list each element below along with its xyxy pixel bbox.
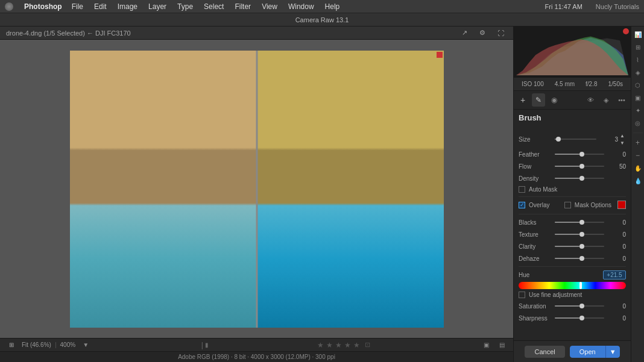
canvas-left — [70, 51, 257, 328]
red-indicator — [437, 53, 441, 58]
canvas-footer: ⊞ Fit (46.6%) | 400% ▼ | ▮ ★ ★ ★ ★ ★ ⊡ ▣… — [0, 338, 513, 351]
density-slider[interactable] — [555, 174, 604, 183]
separator-1 — [519, 196, 626, 197]
settings-button[interactable]: ⚙ — [476, 27, 489, 40]
mask-options-row: ✓ Overlay Mask Options — [519, 201, 626, 209]
camera-info: ISO 100 4.5 mm f/2.8 1/50s — [514, 78, 631, 91]
hand-strip[interactable]: ✋ — [633, 163, 643, 173]
feather-slider[interactable] — [555, 150, 604, 158]
share-button[interactable]: ↗ — [458, 27, 471, 40]
texture-value: 0 — [607, 231, 626, 238]
panel-body[interactable]: Brush Size 3 ▲ ▼ — [514, 110, 631, 340]
optics-strip-button[interactable]: ⬡ — [633, 80, 643, 90]
clarity-slider[interactable] — [555, 242, 604, 251]
compare-button[interactable]: ▣ — [479, 339, 493, 352]
open-arrow-button[interactable]: ▼ — [605, 346, 620, 358]
zoom-percent: 400% — [60, 342, 76, 348]
zoom-selector[interactable]: ▼ — [79, 339, 92, 352]
flow-slider[interactable] — [555, 162, 604, 170]
icon-strip: 📊 ⊞ ⌇ ◈ ⬡ ▣ ✦ ◎ + − ✋ 💧 — [631, 27, 644, 362]
add-mask-button[interactable]: + — [516, 93, 529, 107]
canvas-wrapper — [0, 40, 513, 338]
density-row: Density — [519, 174, 626, 183]
menu-file[interactable]: File — [71, 2, 84, 11]
panel-eye-button[interactable]: 👁 — [584, 93, 597, 107]
dehaze-slider[interactable] — [555, 254, 604, 263]
saturation-slider[interactable] — [555, 302, 604, 310]
sharpness-label: Sharpness — [519, 315, 552, 322]
sharpness-slider[interactable] — [555, 314, 604, 322]
saturation-label: Saturation — [519, 303, 552, 310]
eraser-tool-button[interactable]: ◉ — [548, 93, 561, 107]
menu-edit[interactable]: Edit — [93, 2, 108, 11]
menu-window[interactable]: Window — [287, 2, 315, 11]
flow-value: 50 — [607, 163, 626, 170]
size-up-button[interactable]: ▲ — [619, 132, 626, 139]
canvas-title: drone-4.dng (1/5 Selected) ← DJI FC3170 — [6, 30, 131, 37]
clarity-label: Clarity — [519, 243, 552, 250]
canvas-area: drone-4.dng (1/5 Selected) ← DJI FC3170 … — [0, 27, 513, 362]
hue-label: Hue — [519, 272, 529, 278]
basic-strip-button[interactable]: ⊞ — [633, 42, 643, 52]
blacks-slider[interactable] — [555, 218, 604, 226]
panel-more-button[interactable]: ••• — [615, 93, 628, 107]
histogram-strip-button[interactable]: 📊 — [633, 29, 643, 40]
menu-image[interactable]: Image — [116, 2, 139, 11]
geometry-strip-button[interactable]: ▣ — [633, 92, 643, 103]
blacks-row: Blacks 0 — [519, 218, 626, 226]
filmstrip-button[interactable]: ▤ — [495, 339, 508, 352]
menu-help[interactable]: Help — [324, 2, 341, 11]
menu-view[interactable]: View — [260, 2, 279, 11]
cancel-button[interactable]: Cancel — [525, 346, 564, 358]
zoom-in-strip[interactable]: + — [633, 137, 643, 148]
canvas-image[interactable] — [70, 51, 444, 328]
app-label: Nucly Tutorials — [596, 3, 639, 10]
canvas-right — [257, 51, 444, 328]
fine-adjustment-row: Use fine adjustment — [519, 292, 626, 298]
fine-adjustment-label: Use fine adjustment — [529, 292, 582, 298]
dropper-strip[interactable]: 💧 — [633, 175, 643, 186]
zoom-out-strip[interactable]: − — [633, 150, 643, 161]
overlay-checkbox[interactable]: ✓ — [519, 202, 525, 208]
page-indicator: ▮ — [205, 342, 209, 348]
zoom-fit-button[interactable]: ⊞ — [5, 339, 18, 352]
open-button[interactable]: Open — [570, 346, 605, 358]
size-down-button[interactable]: ▼ — [619, 139, 626, 146]
menu-type[interactable]: Type — [176, 2, 194, 11]
sharpness-row: Sharpness 0 — [519, 314, 626, 322]
panel-footer: Cancel Open ▼ — [514, 340, 631, 362]
titlebar: Camera Raw 13.1 — [0, 13, 644, 27]
mask-options-checkbox[interactable] — [564, 202, 571, 208]
close-button[interactable] — [623, 28, 629, 34]
hue-thumb[interactable] — [579, 282, 582, 289]
texture-row: Texture 0 — [519, 230, 626, 239]
canvas-info: Adobe RGB (1998) · 8 bit · 4000 x 3000 (… — [5, 354, 508, 360]
dehaze-row: Dehaze 0 — [519, 254, 626, 263]
texture-label: Texture — [519, 231, 552, 238]
panel-overlay-button[interactable]: ◈ — [599, 93, 613, 107]
canvas-divider[interactable] — [256, 51, 257, 328]
effects-strip-button[interactable]: ✦ — [633, 105, 643, 116]
overlay-label: Overlay — [529, 202, 561, 208]
size-arrows[interactable]: ▲ ▼ — [619, 132, 626, 146]
aperture-value: f/2.8 — [586, 81, 597, 87]
fullscreen-button[interactable]: ⛶ — [494, 27, 507, 40]
brush-tool-button[interactable]: ✎ — [532, 93, 545, 107]
star-rating: ★ ★ ★ ★ ★ ⊡ — [317, 341, 370, 349]
hue-gradient — [519, 282, 626, 289]
texture-slider[interactable] — [555, 230, 604, 239]
detail-strip-button[interactable]: ◈ — [633, 67, 643, 78]
menu-filter[interactable]: Filter — [233, 2, 252, 11]
calibration-strip-button[interactable]: ◎ — [633, 117, 643, 128]
size-slider[interactable] — [555, 135, 596, 143]
auto-mask-checkbox[interactable] — [519, 186, 525, 193]
mask-color[interactable] — [617, 201, 626, 209]
menu-layer[interactable]: Layer — [147, 2, 168, 11]
fine-adjustment-checkbox[interactable] — [519, 292, 525, 298]
size-row: Size 3 ▲ ▼ — [519, 132, 626, 146]
clarity-row: Clarity 0 — [519, 242, 626, 251]
menu-select[interactable]: Select — [203, 2, 225, 11]
hue-slider[interactable] — [519, 282, 626, 289]
curves-strip-button[interactable]: ⌇ — [633, 54, 643, 65]
histogram-svg — [516, 29, 628, 75]
